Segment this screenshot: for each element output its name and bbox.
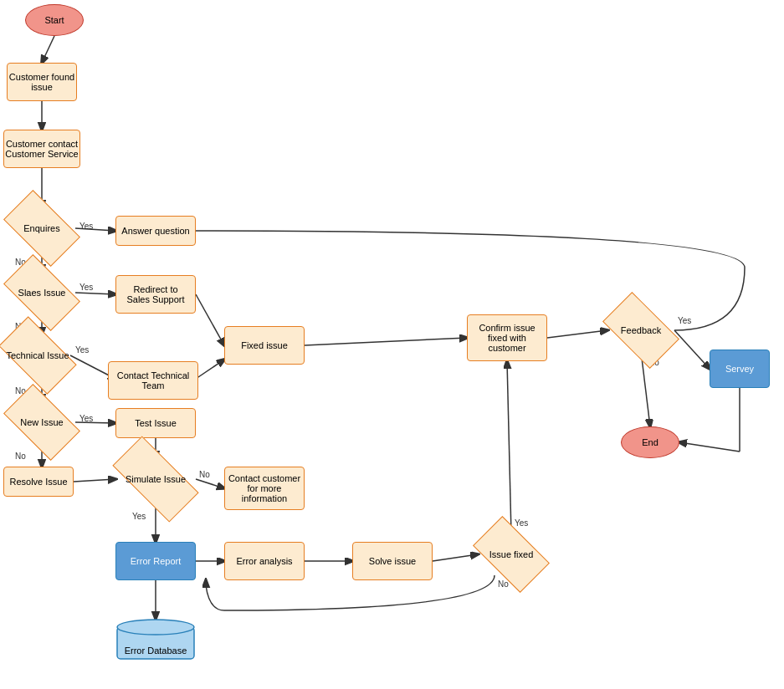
feedback-diamond: Feedback bbox=[602, 292, 679, 369]
flowchart-diagram: Yes No Yes No Yes No Yes No No Yes Yes N… bbox=[0, 0, 784, 689]
confirm-issue-node: Confirm issuefixed withcustomer bbox=[467, 314, 547, 361]
customer-found-node: Customer found issue bbox=[7, 63, 77, 101]
solve-issue-node: Solve issue bbox=[352, 542, 433, 580]
svg-line-22 bbox=[305, 338, 467, 345]
svg-line-16 bbox=[196, 479, 224, 488]
redirect-sales-node: Redirect toSales Support bbox=[115, 275, 196, 314]
svg-line-23 bbox=[547, 330, 607, 338]
resolve-issue-node: Resolve Issue bbox=[3, 467, 74, 497]
simulate-issue-diamond: Simulate Issue bbox=[112, 436, 198, 522]
label-enquires-yes: Yes bbox=[79, 222, 93, 231]
customer-contact-node: Customer contactCustomer Service bbox=[3, 130, 80, 168]
start-node: Start bbox=[25, 4, 84, 36]
test-issue-node: Test Issue bbox=[115, 408, 196, 438]
fixed-issue-node: Fixed issue bbox=[224, 326, 305, 365]
issue-fixed-diamond: Issue fixed bbox=[473, 516, 550, 593]
svg-line-15 bbox=[74, 479, 115, 482]
label-simulate-no: No bbox=[199, 470, 210, 479]
contact-technical-node: Contact TechnicalTeam bbox=[108, 361, 198, 400]
svg-line-24 bbox=[674, 330, 710, 369]
svg-line-21 bbox=[507, 361, 511, 533]
svg-point-30 bbox=[117, 620, 194, 635]
svg-line-10 bbox=[196, 360, 224, 379]
error-analysis-node: Error analysis bbox=[224, 542, 305, 580]
enquires-diamond: Enquires bbox=[3, 190, 80, 267]
label-new-yes: Yes bbox=[79, 414, 93, 423]
servey-node: Servey bbox=[710, 350, 770, 388]
label-slaes-yes: Yes bbox=[79, 283, 93, 292]
svg-line-27 bbox=[679, 442, 740, 452]
answer-question-node: Answer question bbox=[115, 216, 196, 246]
svg-line-20 bbox=[433, 554, 478, 561]
label-tech-yes: Yes bbox=[75, 345, 89, 355]
technical-issue-diamond: Technical Issue bbox=[0, 316, 77, 394]
end-node: End bbox=[621, 426, 679, 458]
label-new-no: No bbox=[15, 452, 26, 461]
svg-line-1 bbox=[42, 36, 54, 63]
label-issue-fixed-yes: Yes bbox=[515, 518, 528, 528]
svg-line-8 bbox=[196, 294, 224, 345]
error-database-node: Error Database bbox=[115, 619, 196, 662]
svg-line-6 bbox=[75, 293, 115, 294]
error-report-node: Error Report bbox=[115, 542, 196, 580]
label-feedback-yes: Yes bbox=[678, 316, 691, 325]
contact-customer-node: Contact customerfor moreinformation bbox=[224, 467, 305, 510]
label-simulate-yes: Yes bbox=[132, 512, 146, 521]
label-issue-fixed-no: No bbox=[498, 579, 509, 589]
